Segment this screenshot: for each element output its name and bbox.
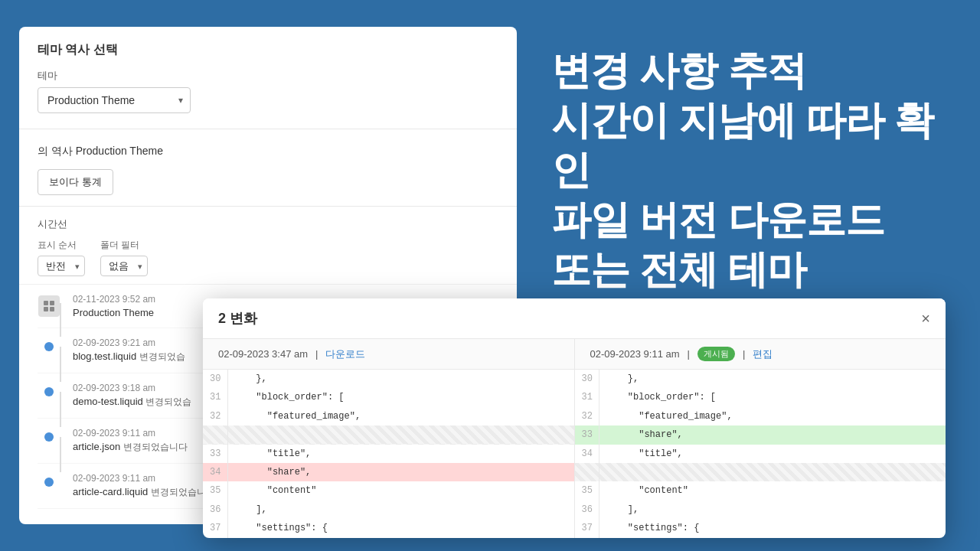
- folder-filter-select[interactable]: 없음: [100, 256, 148, 276]
- line-number: 35: [203, 481, 227, 500]
- diff-row: 31 "block_order": [: [575, 388, 946, 406]
- line-content: "share",: [227, 463, 574, 481]
- diff-modal: 2 변화 × 02-09-2023 3:47 am | 다운로드 02-09-2…: [203, 298, 946, 538]
- modal-header: 2 변화 ×: [203, 298, 946, 339]
- line-number: [203, 425, 227, 444]
- diff-row: 35 "content": [203, 481, 574, 500]
- left-date: 02-09-2023 3:47 am: [218, 348, 308, 360]
- left-diff-pane: 30 }, 31 "block_order": [ 32 "featured_i…: [203, 370, 575, 538]
- right-diff-pane: 30 }, 31 "block_order": [ 32 "featured_i…: [575, 370, 946, 538]
- svg-rect-3: [50, 307, 54, 311]
- right-separator: |: [688, 348, 690, 360]
- diff-row-empty: [203, 425, 574, 444]
- line-content: "block_order": [: [227, 388, 574, 406]
- left-diff-table: 30 }, 31 "block_order": [ 32 "featured_i…: [203, 370, 574, 538]
- line-content: "title",: [227, 445, 574, 463]
- diff-row: 30 },: [203, 370, 574, 388]
- line-content: "settings": {: [227, 519, 574, 537]
- modal-title: 2 변화: [218, 309, 257, 328]
- folder-filter-label: 폴더 필터: [100, 239, 148, 252]
- line-number: 30: [203, 370, 227, 388]
- line-number: 36: [203, 500, 227, 519]
- changed-text: 변경되었습: [139, 351, 185, 362]
- filters-row: 표시 순서 반전 폴더 필터 없음: [38, 239, 498, 276]
- diff-row-deleted: 34 "share",: [203, 463, 574, 481]
- stats-button[interactable]: 보이다 통계: [38, 169, 113, 195]
- line-number: 32: [575, 407, 599, 425]
- svg-rect-1: [50, 301, 54, 305]
- folder-filter-select-wrap: 없음: [100, 256, 148, 276]
- timeline-header: 시간선 표시 순서 반전 폴더 필터 없음: [19, 207, 517, 285]
- line-content: [227, 425, 574, 444]
- diff-row: 36 ],: [575, 500, 946, 519]
- hero-text: 변경 사항 추적 시간이 지남에 따라 확인 파일 버전 다운로드 또는 전체 …: [551, 46, 957, 295]
- diff-row: 31 "block_order": [: [203, 388, 574, 406]
- diff-row: 37 "settings": {: [575, 519, 946, 537]
- section-title: 테마 역사 선택: [38, 42, 498, 58]
- edit-link[interactable]: 편집: [753, 347, 773, 361]
- line-content: [599, 463, 946, 481]
- changed-text: 변경되었습: [145, 396, 191, 407]
- diff-row: 35 "content": [575, 481, 946, 500]
- left-separator: |: [315, 348, 318, 360]
- line-number: 35: [575, 481, 599, 500]
- theme-selection-section: 테마 역사 선택 테마 Production Theme ▾: [19, 27, 517, 129]
- badge-separator: |: [743, 348, 745, 360]
- line-number: 31: [575, 388, 599, 406]
- modal-subheader: 02-09-2023 3:47 am | 다운로드 02-09-2023 9:1…: [203, 339, 946, 370]
- line-number: 33: [203, 445, 227, 463]
- line-content: },: [599, 370, 946, 388]
- right-date: 02-09-2023 9:11 am: [590, 348, 680, 360]
- diff-row: 33 "title",: [203, 445, 574, 463]
- theme-select[interactable]: Production Theme: [38, 87, 191, 113]
- line-number: 36: [575, 500, 599, 519]
- timeline-dot: [44, 432, 54, 442]
- line-content: "settings": {: [599, 519, 946, 537]
- line-number: 34: [203, 463, 227, 481]
- download-link[interactable]: 다운로드: [325, 347, 365, 361]
- line-number: [575, 463, 599, 481]
- display-order-label: 표시 순서: [38, 239, 85, 252]
- timeline-dot: [44, 478, 54, 487]
- timeline-dot-area: [38, 337, 60, 351]
- display-order-select[interactable]: 반전: [38, 256, 85, 276]
- right-panel: 변경 사항 추적 시간이 지남에 따라 확인 파일 버전 다운로드 또는 전체 …: [551, 46, 957, 295]
- timeline-dot: [44, 387, 54, 396]
- timeline-dot-area: [38, 383, 60, 396]
- line-number: 31: [203, 388, 227, 406]
- line-content: ],: [599, 500, 946, 519]
- diff-row: 36 ],: [203, 500, 574, 519]
- timeline-icon-area: [38, 294, 60, 317]
- timeline-label: 시간선: [38, 217, 498, 231]
- diff-row: 34 "title",: [575, 445, 946, 463]
- line-content: },: [227, 370, 574, 388]
- line-number: 30: [575, 370, 599, 388]
- line-content: "featured_image",: [599, 407, 946, 425]
- history-title: 의 역사 Production Theme: [38, 145, 498, 158]
- line-number: 33: [575, 425, 599, 444]
- display-order-group: 표시 순서 반전: [38, 239, 85, 276]
- line-number: 37: [575, 519, 599, 537]
- line-number: 32: [203, 407, 227, 425]
- theme-icon: [38, 295, 60, 317]
- right-diff-table: 30 }, 31 "block_order": [ 32 "featured_i…: [575, 370, 946, 538]
- diff-row-added: 33 "share",: [575, 425, 946, 444]
- line-content: "block_order": [: [599, 388, 946, 406]
- svg-rect-0: [44, 301, 48, 305]
- modal-body: 30 }, 31 "block_order": [ 32 "featured_i…: [203, 370, 946, 538]
- line-content: "content": [227, 481, 574, 500]
- theme-select-wrapper: Production Theme ▾: [38, 87, 191, 113]
- folder-filter-group: 폴더 필터 없음: [100, 239, 148, 276]
- line-number: 34: [575, 445, 599, 463]
- theme-field-label: 테마: [38, 69, 498, 83]
- close-button[interactable]: ×: [921, 311, 930, 326]
- display-order-select-wrap: 반전: [38, 256, 85, 276]
- line-content: ],: [227, 500, 574, 519]
- diff-row-empty: [575, 463, 946, 481]
- timeline-dot-area: [38, 428, 60, 442]
- line-content: "content": [599, 481, 946, 500]
- line-number: 37: [203, 519, 227, 537]
- right-pane-header: 02-09-2023 9:11 am | 게시됨 | 편집: [575, 339, 946, 369]
- line-content: "title",: [599, 445, 946, 463]
- diff-row: 32 "featured_image",: [575, 407, 946, 425]
